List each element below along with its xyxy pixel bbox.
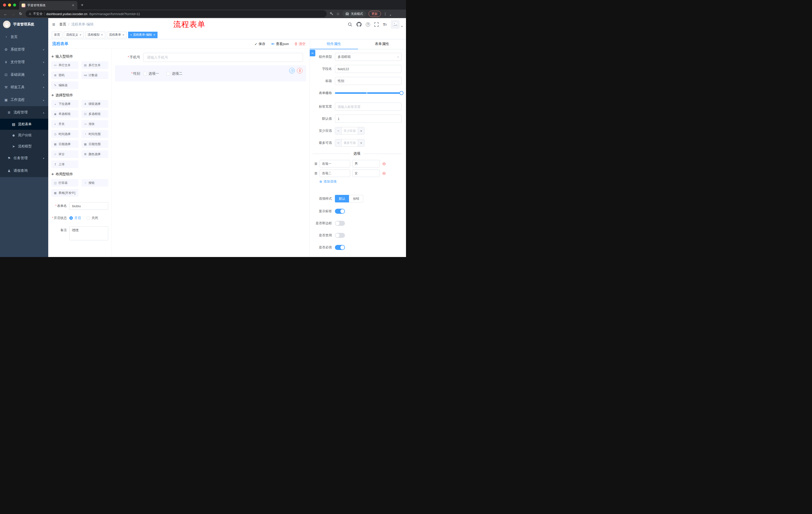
gender-field-row-selected[interactable]: *性别 选项一 选项二: [115, 65, 306, 81]
add-option-button[interactable]: ⊕ 添加选项: [319, 179, 402, 184]
help-icon[interactable]: ?: [366, 22, 370, 27]
option-value-input[interactable]: [352, 169, 380, 177]
option-style-button-button[interactable]: 按钮: [349, 195, 363, 202]
increase-button[interactable]: +: [358, 139, 364, 146]
form-grid-slider[interactable]: [335, 89, 402, 97]
sidebar-item-process-model[interactable]: ➤ 流程模型: [0, 141, 48, 152]
title-input[interactable]: [335, 77, 402, 85]
slider-thumb[interactable]: [400, 91, 404, 95]
sidebar-logo[interactable]: 芋道管理系统: [0, 18, 48, 31]
tab-form-props[interactable]: 表单属性: [358, 39, 406, 49]
new-tab-button[interactable]: +: [77, 2, 87, 9]
doc-link-button[interactable]: ∞: [310, 50, 315, 56]
tab-component-props[interactable]: 组件属性: [310, 39, 358, 49]
github-icon[interactable]: [356, 22, 361, 27]
component-item[interactable]: ☆评分: [51, 151, 78, 158]
clear-button[interactable]: 清空: [294, 42, 306, 46]
window-minimize-button[interactable]: [8, 3, 11, 6]
default-value-input[interactable]: [335, 115, 402, 123]
component-item[interactable]: ↥上传: [51, 160, 78, 168]
forward-button[interactable]: →: [9, 10, 17, 17]
border-switch[interactable]: [335, 221, 345, 226]
tag-close-icon[interactable]: ✕: [101, 33, 103, 36]
sidebar-item-leave-query[interactable]: ♟ 请假查询: [0, 164, 48, 177]
option-style-default-button[interactable]: 默认: [335, 195, 349, 202]
sidebar-item-infrastructure[interactable]: ⊡ 基础设施 ▾: [0, 69, 48, 81]
component-item[interactable]: ▩日期范围: [81, 140, 109, 148]
disabled-switch[interactable]: [335, 233, 345, 238]
component-type-select[interactable]: 多选框组 ▾: [335, 53, 402, 61]
breadcrumb-home[interactable]: 首页: [59, 22, 66, 27]
required-switch[interactable]: [335, 245, 345, 250]
tag-process-model[interactable]: 流程模型 ✕: [85, 32, 105, 38]
tag-home[interactable]: 首页: [52, 32, 62, 38]
save-button[interactable]: ✓ 保存: [255, 42, 265, 46]
remove-option-button[interactable]: ⊖: [382, 162, 386, 166]
component-item[interactable]: ◷时间选择: [51, 130, 78, 138]
form-remark-textarea[interactable]: 嘿嘿: [69, 226, 108, 240]
window-chevron-icon[interactable]: ▾: [390, 14, 391, 17]
user-avatar[interactable]: [391, 20, 400, 29]
component-item[interactable]: ◒下拉选择: [51, 100, 78, 108]
option-label-input[interactable]: [320, 169, 350, 177]
tag-process-form[interactable]: 流程表单 ✕: [107, 32, 127, 38]
address-bar[interactable]: ⚠ 不安全 dashboard.yudao.iocoder.cn/bpm/man…: [26, 10, 327, 17]
component-item[interactable]: ▦日期选择: [51, 140, 78, 148]
sidebar-item-workflow[interactable]: ▣ 工作流程 ▴: [0, 93, 48, 106]
component-item[interactable]: ☑多选框组: [81, 110, 109, 118]
delete-component-button[interactable]: [297, 68, 302, 74]
component-item[interactable]: ◐开关: [51, 120, 78, 128]
tag-close-icon[interactable]: ✕: [153, 33, 155, 36]
browser-tab[interactable]: 芋道管理系统 ✕: [19, 1, 77, 9]
sidebar-toggle-button[interactable]: ≡: [48, 22, 59, 27]
max-select-value[interactable]: 最多可选: [342, 139, 358, 146]
component-item[interactable]: ⋔级联选择: [81, 100, 109, 108]
sidebar-item-system[interactable]: ⚙ 系统管理 ▾: [0, 43, 48, 56]
update-button[interactable]: 更新: [369, 11, 381, 17]
sidebar-item-process-management[interactable]: ≣ 流程管理 ▴: [0, 106, 48, 119]
phone-input[interactable]: [143, 53, 303, 62]
increase-button[interactable]: +: [358, 127, 364, 134]
drag-handle-icon[interactable]: ≣: [314, 161, 318, 166]
component-item[interactable]: ▦表格[开发中]: [51, 189, 78, 197]
search-icon[interactable]: [348, 22, 352, 27]
min-select-stepper[interactable]: − 至少应选 +: [335, 127, 365, 135]
decrease-button[interactable]: −: [335, 127, 342, 134]
component-item[interactable]: ◫行容器: [51, 179, 78, 187]
gender-option-1-checkbox[interactable]: 选项一: [143, 72, 159, 76]
phone-field-row[interactable]: *手机号: [115, 53, 306, 62]
status-off-radio[interactable]: 关闭: [86, 216, 98, 220]
min-select-value[interactable]: 至少应选: [342, 127, 358, 134]
sidebar-item-task-management[interactable]: ⚑ 任务管理 ▾: [0, 152, 48, 164]
window-close-button[interactable]: [3, 3, 6, 6]
component-item[interactable]: ☝按钮: [81, 179, 109, 187]
component-item[interactable]: ⊠密码: [51, 72, 78, 79]
component-item[interactable]: ◔时间范围: [81, 130, 109, 138]
bookmark-star-icon[interactable]: ☆: [337, 12, 340, 16]
view-json-button[interactable]: 查看json: [271, 42, 289, 46]
password-key-icon[interactable]: [330, 12, 334, 16]
component-item[interactable]: ⊸滑块: [81, 120, 109, 128]
component-item[interactable]: 123计数器: [81, 72, 109, 79]
form-name-input[interactable]: [69, 202, 108, 210]
remove-option-button[interactable]: ⊖: [382, 171, 386, 175]
gender-option-2-checkbox[interactable]: 选项二: [167, 72, 182, 76]
window-zoom-button[interactable]: [13, 3, 16, 6]
form-canvas[interactable]: *手机号: [112, 49, 310, 257]
tab-close-icon[interactable]: ✕: [71, 3, 75, 7]
field-name-input[interactable]: [335, 65, 402, 73]
component-item[interactable]: ▭单行文本: [51, 61, 78, 69]
sidebar-item-user-group[interactable]: ☻ 用户分组: [0, 130, 48, 141]
drag-handle-icon[interactable]: ≣: [314, 171, 318, 175]
browser-menu-kebab-icon[interactable]: ⋮: [384, 12, 387, 16]
option-label-input[interactable]: [320, 160, 350, 167]
component-item[interactable]: ❂颜色选择: [81, 151, 109, 158]
tag-close-icon[interactable]: ✕: [79, 33, 81, 36]
back-button[interactable]: ←: [2, 10, 9, 17]
component-item[interactable]: ▤多行文本: [81, 61, 109, 69]
tag-process-definition[interactable]: 流程定义 ✕: [64, 32, 84, 38]
component-item[interactable]: ✎编辑器: [51, 81, 78, 89]
copy-component-button[interactable]: [289, 68, 295, 74]
tag-process-form-edit[interactable]: ● 流程表单-编辑 ✕: [128, 32, 157, 38]
max-select-stepper[interactable]: − 最多可选 +: [335, 139, 365, 146]
